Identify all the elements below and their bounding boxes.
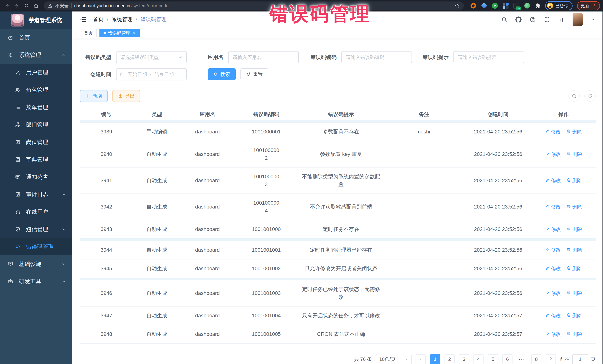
tab-close-icon[interactable]: × <box>133 31 136 35</box>
page-button[interactable]: 3 <box>459 354 469 364</box>
page-button[interactable]: 6 <box>502 354 512 364</box>
extension-gem-icon[interactable] <box>481 3 487 9</box>
delete-link[interactable]: 删除 <box>567 177 582 184</box>
bookmark-star-icon[interactable] <box>454 3 460 8</box>
edit-link[interactable]: 修改 <box>545 265 561 272</box>
extension-green-icon[interactable] <box>524 3 530 9</box>
edit-link[interactable]: 修改 <box>545 150 561 158</box>
sidebar-item-user[interactable]: 用户管理 <box>0 64 72 81</box>
extensions-puzzle-icon[interactable] <box>535 3 541 9</box>
edit-icon <box>545 203 550 211</box>
extension-grid-icon[interactable] <box>502 3 509 9</box>
tab-0[interactable]: 首页 <box>80 29 97 37</box>
edit-link[interactable]: 修改 <box>545 330 561 338</box>
error-code-input[interactable] <box>346 55 407 60</box>
next-page-button[interactable] <box>546 354 556 364</box>
page-button[interactable]: 1 <box>430 354 440 364</box>
edit-link[interactable]: 修改 <box>545 128 561 136</box>
avatar-caret-down-icon[interactable] <box>591 17 596 22</box>
fullscreen-icon[interactable] <box>544 16 550 22</box>
page-button[interactable]: 8 <box>531 354 541 364</box>
delete-link[interactable]: 删除 <box>567 246 582 254</box>
delete-link[interactable]: 删除 <box>567 150 582 158</box>
table-header-row: 编号类型应用名错误码编码错误码提示备注创建时间操作 <box>80 109 596 120</box>
browser-home-icon[interactable] <box>32 1 40 10</box>
reset-button[interactable]: 重置 <box>241 68 268 80</box>
app-logo-row[interactable]: 芋道管理系统 <box>0 11 72 29</box>
page-button[interactable]: 5 <box>488 354 498 364</box>
extension-orange-icon[interactable] <box>470 3 476 9</box>
browser-extensions: on <box>470 3 541 9</box>
date-range-picker[interactable]: 开始日期 - 结束日期 <box>116 68 187 80</box>
column-header: 错误码编码 <box>234 111 299 118</box>
jump-page-input[interactable] <box>572 354 588 364</box>
prev-page-button[interactable] <box>416 354 426 364</box>
browser-update-button[interactable]: 更新 <box>577 1 600 10</box>
edit-link[interactable]: 修改 <box>545 203 561 211</box>
extension-vue-devtools-icon[interactable] <box>492 3 498 9</box>
sidebar-item-org-tree[interactable]: 部门管理 <box>0 116 72 133</box>
app-name-input[interactable] <box>233 55 294 60</box>
search-button[interactable]: 搜索 <box>208 68 236 80</box>
edit-link[interactable]: 修改 <box>545 225 561 233</box>
page-ellipsis[interactable]: ··· <box>517 354 527 364</box>
refresh-table-button[interactable] <box>584 90 596 101</box>
error-tip-input[interactable] <box>458 55 520 60</box>
tab-active[interactable]: 错误码管理× <box>99 29 140 37</box>
sidebar-item-sms[interactable]: 短信管理 <box>0 221 72 238</box>
header-search-icon[interactable] <box>501 16 507 22</box>
toggle-search-button[interactable] <box>568 90 580 101</box>
edit-link[interactable]: 修改 <box>545 312 561 320</box>
breadcrumb-item[interactable]: 首页 <box>93 16 104 23</box>
profile-paused-badge[interactable]: 已暂停 <box>545 1 573 10</box>
browser-forward-icon[interactable] <box>13 1 21 10</box>
help-icon[interactable] <box>530 16 536 22</box>
edit-link[interactable]: 修改 <box>545 177 561 184</box>
font-size-icon[interactable] <box>558 16 564 22</box>
sidebar-item-label: 岗位管理 <box>26 138 48 146</box>
add-button[interactable]: 新增 <box>80 90 108 102</box>
browser-back-icon[interactable] <box>3 1 12 10</box>
page-size-select[interactable]: 10条/页 <box>376 354 412 364</box>
delete-link[interactable]: 删除 <box>567 312 582 320</box>
edit-link[interactable]: 修改 <box>545 246 561 254</box>
sidebar-item-dashboard[interactable]: 首页 <box>0 29 72 46</box>
column-header: 应用名 <box>181 111 234 118</box>
cell-no: 3939 <box>80 128 133 136</box>
sidebar-item-users[interactable]: 角色管理 <box>0 81 72 99</box>
delete-link-label: 删除 <box>572 289 582 297</box>
sidebar-fold-icon[interactable] <box>80 16 86 23</box>
export-button[interactable]: 导出 <box>112 90 140 102</box>
edit-link[interactable]: 修改 <box>545 289 561 297</box>
sidebar-item-dev-tools[interactable]: 研发工具 <box>0 273 72 290</box>
sidebar-item-online-user[interactable]: 在线用户 <box>0 203 72 221</box>
error-type-select[interactable]: 请选择错误码类型 <box>116 51 187 63</box>
extension-switch-icon[interactable]: on <box>513 3 520 9</box>
app-name-field[interactable] <box>228 51 299 63</box>
sidebar-item-infrastructure[interactable]: 基础设施 <box>0 255 72 273</box>
delete-link[interactable]: 删除 <box>567 225 582 233</box>
delete-link[interactable]: 删除 <box>567 128 582 136</box>
delete-link[interactable]: 删除 <box>567 265 582 272</box>
delete-link[interactable]: 删除 <box>567 330 582 338</box>
error-tip-field[interactable] <box>453 51 524 63</box>
sidebar-item-error-code[interactable]: 错误码管理 <box>0 238 72 255</box>
sidebar-item-id-badge[interactable]: 岗位管理 <box>0 133 72 151</box>
sidebar-item-audit-log[interactable]: 审计日志 <box>0 186 72 203</box>
sidebar-item-announcement[interactable]: 通知公告 <box>0 168 72 186</box>
delete-link[interactable]: 删除 <box>567 289 582 297</box>
page-button[interactable]: 4 <box>474 354 484 364</box>
browser-reload-icon[interactable] <box>22 1 31 10</box>
user-avatar[interactable] <box>573 13 583 26</box>
delete-link[interactable]: 删除 <box>567 203 582 211</box>
page-button[interactable]: 2 <box>445 354 454 364</box>
sidebar-item-dictionary[interactable]: 字典管理 <box>0 151 72 168</box>
sidebar-item-menu-list[interactable]: 菜单管理 <box>0 99 72 116</box>
url-bar[interactable]: 不安全 dashboard.yudao.iocoder.cn /system/e… <box>44 1 464 10</box>
error-code-field[interactable] <box>341 51 412 63</box>
github-icon[interactable] <box>515 16 522 22</box>
code-line: 1001000001 <box>236 128 297 136</box>
breadcrumb-item[interactable]: 系统管理 <box>112 16 132 23</box>
sidebar-item-gear[interactable]: 系统管理 <box>0 46 72 64</box>
browser-menu-kebab-icon[interactable] <box>592 3 596 8</box>
